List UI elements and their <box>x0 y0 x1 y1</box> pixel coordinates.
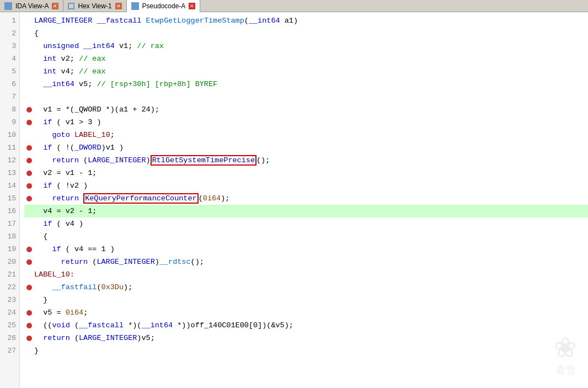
code-line: if ( !v2 ) <box>24 179 588 192</box>
breakpoint-dot <box>26 171 32 176</box>
line-number: 24 <box>0 306 19 319</box>
code-line: int v2; // eax <box>24 52 588 65</box>
line-number: 25 <box>0 319 19 332</box>
breakpoint-col <box>24 323 34 328</box>
breakpoint-dot <box>26 247 32 252</box>
code-text: if ( v4 == 1 ) <box>34 243 588 256</box>
code-text: if ( v4 ) <box>34 217 588 230</box>
code-text: __int64 v5; // [rsp+30h] [rbp+8h] BYREF <box>34 78 588 91</box>
code-line: __int64 v5; // [rsp+30h] [rbp+8h] BYREF <box>24 78 588 91</box>
code-text: LABEL_10: <box>34 268 588 281</box>
line-number: 23 <box>0 294 19 306</box>
breakpoint-col <box>24 183 34 189</box>
tab-icon-pseudo <box>131 2 139 10</box>
code-text: return (LARGE_INTEGER)RtlGetSystemTimePr… <box>34 154 588 167</box>
breakpoint-dot <box>26 158 32 163</box>
line-number: 2 <box>0 27 19 40</box>
code-line: v5 = 0i64; <box>24 306 588 319</box>
breakpoint-dot <box>26 145 32 151</box>
code-line: if ( v1 > 3 ) <box>24 116 588 129</box>
line-number: 6 <box>0 78 19 91</box>
code-line: return (LARGE_INTEGER)v5; <box>24 332 588 344</box>
code-text: if ( v1 > 3 ) <box>34 116 588 129</box>
tab-icon-ida <box>4 2 12 10</box>
line-number: 7 <box>0 91 19 103</box>
code-text: v4 = v2 - 1; <box>34 205 588 217</box>
code-line: return KeQueryPerformanceCounter(0i64); <box>24 192 588 205</box>
code-text: v5 = 0i64; <box>34 306 588 319</box>
code-line: unsigned __int64 v1; // rax <box>24 40 588 52</box>
code-text: ((void (__fastcall *)(__int64 *))off_140… <box>34 319 588 332</box>
line-number: 9 <box>0 116 19 129</box>
code-line: __fastfail(0x3Du); <box>24 281 588 294</box>
line-number: 1 <box>0 14 19 27</box>
line-number: 12 <box>0 154 19 167</box>
line-number: 17 <box>0 217 19 230</box>
breakpoint-dot <box>26 107 32 113</box>
breakpoint-dot <box>26 310 32 316</box>
line-numbers: 1234567891011121314151617181920212223242… <box>0 12 20 388</box>
code-line: if ( v4 ) <box>24 217 588 230</box>
line-number: 11 <box>0 141 19 154</box>
line-number: 10 <box>0 129 19 141</box>
code-line: v1 = *(_QWORD *)(a1 + 24); <box>24 103 588 116</box>
line-number: 8 <box>0 103 19 116</box>
code-text: { <box>34 230 588 243</box>
code-line: LARGE_INTEGER __fastcall EtwpGetLoggerTi… <box>24 14 588 27</box>
tab-pseudocode[interactable]: Pseudocode-A ✕ <box>127 0 201 12</box>
breakpoint-col <box>24 196 34 201</box>
code-text: int v4; // eax <box>34 65 588 78</box>
code-text: return (LARGE_INTEGER)v5; <box>34 332 588 344</box>
code-line: v4 = v2 - 1; <box>24 205 588 217</box>
breakpoint-col <box>24 120 34 125</box>
tab-icon-hex <box>68 3 74 9</box>
breakpoint-dot <box>26 196 32 201</box>
code-text: __fastfail(0x3Du); <box>34 281 588 294</box>
tab-close-pseudo[interactable]: ✕ <box>189 3 195 9</box>
tab-label-hex: Hex View-1 <box>78 2 111 10</box>
breakpoint-col <box>24 171 34 176</box>
breakpoint-dot <box>26 120 32 125</box>
code-line: } <box>24 294 588 306</box>
breakpoint-col <box>24 336 34 341</box>
code-content[interactable]: LARGE_INTEGER __fastcall EtwpGetLoggerTi… <box>20 12 588 388</box>
code-line: return (LARGE_INTEGER)__rdtsc(); <box>24 256 588 268</box>
line-number: 5 <box>0 65 19 78</box>
breakpoint-col <box>24 285 34 290</box>
tab-close-hex[interactable]: ✕ <box>115 3 122 9</box>
code-text: v1 = *(_QWORD *)(a1 + 24); <box>34 103 588 116</box>
code-text: } <box>34 344 588 357</box>
line-number: 16 <box>0 205 19 217</box>
code-line: return (LARGE_INTEGER)RtlGetSystemTimePr… <box>24 154 588 167</box>
code-line: int v4; // eax <box>24 65 588 78</box>
code-text: return (LARGE_INTEGER)__rdtsc(); <box>34 256 588 268</box>
line-number: 18 <box>0 230 19 243</box>
code-line: if ( !(_DWORD)v1 ) <box>24 141 588 154</box>
line-number: 13 <box>0 167 19 179</box>
code-line: { <box>24 27 588 40</box>
breakpoint-col <box>24 158 34 163</box>
code-line: ((void (__fastcall *)(__int64 *))off_140… <box>24 319 588 332</box>
code-area: 1234567891011121314151617181920212223242… <box>0 12 588 388</box>
code-text: LARGE_INTEGER __fastcall EtwpGetLoggerTi… <box>34 14 588 27</box>
code-line: { <box>24 230 588 243</box>
breakpoint-dot <box>26 336 32 341</box>
breakpoint-col <box>24 145 34 151</box>
tab-label-ida: IDA View-A <box>15 2 49 10</box>
code-line <box>24 91 588 103</box>
line-number: 14 <box>0 179 19 192</box>
code-line: goto LABEL_10; <box>24 129 588 141</box>
tab-ida-view[interactable]: IDA View-A ✕ <box>0 0 63 12</box>
line-number: 26 <box>0 332 19 344</box>
line-number: 27 <box>0 344 19 357</box>
code-text: return KeQueryPerformanceCounter(0i64); <box>34 192 588 205</box>
code-text: unsigned __int64 v1; // rax <box>34 40 588 52</box>
line-number: 22 <box>0 281 19 294</box>
code-text: if ( !v2 ) <box>34 179 588 192</box>
line-number: 21 <box>0 268 19 281</box>
code-text: goto LABEL_10; <box>34 129 588 141</box>
code-line: v2 = v1 - 1; <box>24 167 588 179</box>
tab-hex-view[interactable]: Hex View-1 ✕ <box>63 0 126 12</box>
tab-close-ida[interactable]: ✕ <box>52 3 58 9</box>
tab-label-pseudo: Pseudocode-A <box>142 2 186 10</box>
